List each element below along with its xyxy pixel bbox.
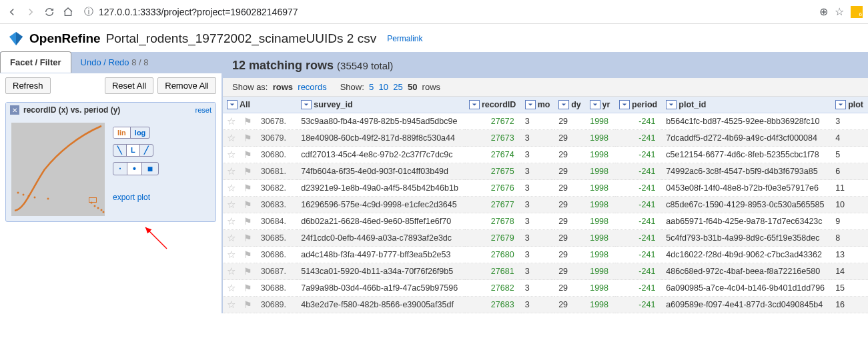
cell-yr[interactable]: 1998	[586, 180, 616, 197]
cell-dy[interactable]: 29	[554, 113, 585, 130]
cell-mo[interactable]: 3	[521, 297, 555, 313]
cell-mo[interactable]: 3	[521, 197, 555, 213]
cell-yr[interactable]: 1998	[586, 247, 616, 263]
column-menu-button[interactable]	[469, 100, 480, 109]
facet-reset-link[interactable]: reset	[195, 106, 211, 114]
cell-yr[interactable]: 1998	[586, 163, 616, 180]
row-flag[interactable]: ⚑	[240, 213, 256, 230]
row-flag[interactable]: ⚑	[240, 197, 256, 213]
facet-close-icon[interactable]: ✕	[10, 105, 19, 115]
row-flag[interactable]: ⚑	[240, 230, 256, 247]
home-button[interactable]	[61, 5, 75, 19]
row-flag[interactable]: ⚑	[240, 263, 256, 280]
row-star[interactable]: ☆	[223, 130, 240, 147]
cell-yr[interactable]: 1998	[586, 130, 616, 147]
permalink-link[interactable]: Permalink	[387, 34, 422, 43]
column-menu-button[interactable]	[835, 100, 846, 109]
column-menu-button[interactable]	[619, 100, 630, 109]
cell-survey-id[interactable]: ad4c148b-f3fa-4497-b777-bff3ea5b2e53	[297, 247, 465, 263]
cell-plot-id[interactable]: c5e12154-6677-4d6c-8feb-52355cbc1f78	[662, 147, 831, 163]
scatterplot-canvas[interactable]	[11, 123, 105, 216]
cell-plot[interactable]: 9	[831, 213, 868, 230]
cell-dy[interactable]: 29	[554, 147, 585, 163]
cell-recordid[interactable]: 27681	[465, 263, 521, 280]
cell-plot[interactable]: 15	[831, 280, 868, 297]
reset-all-button[interactable]: Reset All	[105, 77, 153, 94]
cell-dy[interactable]: 29	[554, 263, 585, 280]
cell-mo[interactable]: 3	[521, 180, 555, 197]
row-star[interactable]: ☆	[223, 147, 240, 163]
cell-plot[interactable]: 5	[831, 147, 868, 163]
column-menu-button[interactable]	[227, 100, 238, 109]
remove-all-button[interactable]: Remove All	[157, 77, 216, 94]
cell-survey-id[interactable]: 4b3e2d7e-f580-482b-8566-e39005af35df	[297, 297, 465, 313]
show-as-rows[interactable]: rows	[273, 82, 293, 92]
dot-large-icon[interactable]: ■	[142, 163, 158, 175]
cell-survey-id[interactable]: 5143ca01-5920-4b11-a34a-70f76f26f9b5	[297, 263, 465, 280]
cell-plot-id[interactable]: aab65971-f64b-425e-9a78-17d7ec63423c	[662, 213, 831, 230]
cell-period[interactable]: -241	[615, 197, 662, 213]
cell-yr[interactable]: 1998	[586, 263, 616, 280]
rot-none-icon[interactable]: L	[127, 145, 140, 156]
show-50[interactable]: 50	[408, 82, 417, 92]
cell-period[interactable]: -241	[615, 247, 662, 263]
cell-survey-id[interactable]: 24f1cdc0-0efb-4469-a03a-c7893af2e3dc	[297, 230, 465, 247]
cell-mo[interactable]: 3	[521, 263, 555, 280]
cell-plot[interactable]: 8	[831, 230, 868, 247]
dot-size-toggle[interactable]: · • ■	[113, 162, 159, 175]
row-star[interactable]: ☆	[223, 280, 240, 297]
cell-period[interactable]: -241	[615, 180, 662, 197]
cell-plot[interactable]: 11	[831, 180, 868, 197]
rot-ccw-icon[interactable]: ╲	[113, 145, 127, 156]
rot-cw-icon[interactable]: ╱	[140, 145, 153, 156]
scatter-selection-box[interactable]	[89, 197, 97, 203]
row-star[interactable]: ☆	[223, 263, 240, 280]
back-button[interactable]	[5, 5, 19, 19]
row-flag[interactable]: ⚑	[240, 297, 256, 313]
site-info-icon[interactable]: ⓘ	[84, 6, 93, 18]
scale-toggle[interactable]: lin log	[113, 127, 150, 139]
export-plot-link[interactable]: export plot	[113, 193, 159, 202]
scale-log[interactable]: log	[131, 127, 150, 138]
cell-recordid[interactable]: 27672	[465, 113, 521, 130]
row-star[interactable]: ☆	[223, 230, 240, 247]
row-star[interactable]: ☆	[223, 163, 240, 180]
cell-period[interactable]: -241	[615, 213, 662, 230]
cell-plot-id[interactable]: 74992ac6-3c8f-4547-b5f9-d4b3f6793a85	[662, 163, 831, 180]
cell-plot-id[interactable]: a609589e-f097-4e41-877d-3cd0490845b4	[662, 297, 831, 313]
cell-mo[interactable]: 3	[521, 130, 555, 147]
cell-period[interactable]: -241	[615, 147, 662, 163]
url-bar[interactable]: ⓘ 127.0.0.1:3333/project?project=1960282…	[80, 6, 814, 18]
reload-button[interactable]	[43, 5, 56, 19]
row-star[interactable]: ☆	[223, 197, 240, 213]
cell-period[interactable]: -241	[615, 113, 662, 130]
cell-dy[interactable]: 29	[554, 197, 585, 213]
cell-mo[interactable]: 3	[521, 230, 555, 247]
cell-yr[interactable]: 1998	[586, 113, 616, 130]
cell-recordid[interactable]: 27683	[465, 297, 521, 313]
cell-period[interactable]: -241	[615, 263, 662, 280]
cell-plot-id[interactable]: c85de67c-1590-4129-8953-0c530a565585	[662, 197, 831, 213]
extension-badge[interactable]: 6	[851, 6, 863, 18]
row-flag[interactable]: ⚑	[240, 180, 256, 197]
cell-mo[interactable]: 3	[521, 163, 555, 180]
scale-lin[interactable]: lin	[113, 127, 131, 138]
row-flag[interactable]: ⚑	[240, 113, 256, 130]
row-star[interactable]: ☆	[223, 297, 240, 313]
rotation-toggle[interactable]: ╲ L ╱	[113, 144, 153, 157]
cell-plot[interactable]: 6	[831, 163, 868, 180]
cell-dy[interactable]: 29	[554, 130, 585, 147]
cell-survey-id[interactable]: d6b02a21-6628-46ed-9e60-85ffef1e6f70	[297, 213, 465, 230]
show-5[interactable]: 5	[369, 82, 374, 92]
cell-plot[interactable]: 13	[831, 247, 868, 263]
cell-survey-id[interactable]: d23921e9-1e8b-49a0-a4f5-845b42b46b1b	[297, 180, 465, 197]
cell-period[interactable]: -241	[615, 280, 662, 297]
cell-plot-id[interactable]: 4dc16022-f28d-4b9d-9062-c7bc3ad43362	[662, 247, 831, 263]
cell-recordid[interactable]: 27678	[465, 213, 521, 230]
column-menu-button[interactable]	[525, 100, 536, 109]
cell-recordid[interactable]: 27673	[465, 130, 521, 147]
bookmark-star-icon[interactable]: ☆	[835, 5, 844, 18]
cell-plot[interactable]: 4	[831, 130, 868, 147]
cell-mo[interactable]: 3	[521, 147, 555, 163]
cell-recordid[interactable]: 27674	[465, 147, 521, 163]
